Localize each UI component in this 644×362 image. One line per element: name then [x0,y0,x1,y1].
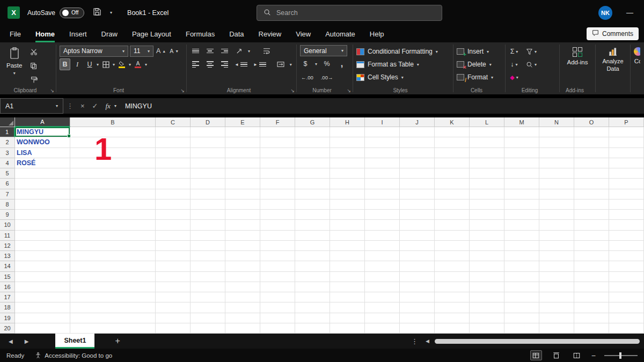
cell-H15[interactable] [330,272,365,282]
autosave-toggle[interactable]: Off [60,8,84,18]
cell-P11[interactable] [609,231,644,241]
cell-F18[interactable] [260,302,295,313]
cell-F12[interactable] [260,241,295,251]
orientation-icon[interactable] [233,45,244,57]
cell-H6[interactable] [330,179,365,189]
row-header-8[interactable]: 8 [0,200,15,210]
cell-H18[interactable] [330,302,365,313]
cell-O17[interactable] [574,292,609,302]
row-header-3[interactable]: 3 [0,148,15,158]
cell-M4[interactable] [504,158,539,168]
cell-P7[interactable] [609,189,644,200]
cell-C19[interactable] [156,313,191,323]
cell-K18[interactable] [435,302,470,313]
cell-L9[interactable] [470,210,504,220]
cell-F6[interactable] [260,179,295,189]
cell-M12[interactable] [504,241,539,251]
column-header-D[interactable]: D [191,117,225,127]
cell-A8[interactable] [15,200,70,210]
clipboard-dialog-launcher-icon[interactable]: ↘ [50,88,54,93]
borders-chevron-icon[interactable]: ▾ [113,62,115,67]
cell-H20[interactable] [330,323,365,334]
cell-D11[interactable] [191,231,225,241]
comma-style-icon[interactable]: , [336,58,347,70]
cell-F17[interactable] [260,292,295,302]
font-size-select[interactable]: 11▾ [130,46,153,57]
new-sheet-button[interactable]: + [115,336,120,346]
cell-A18[interactable] [15,302,70,313]
zoom-slider[interactable] [604,355,638,356]
cell-M20[interactable] [504,323,539,334]
cell-O11[interactable] [574,231,609,241]
select-all-corner[interactable] [0,117,15,127]
cell-I19[interactable] [365,313,400,323]
autosum-icon[interactable]: Σ▾ [509,46,519,57]
cell-C4[interactable] [156,158,191,168]
tab-scroll-left-icon[interactable]: ◀ [9,338,13,344]
cell-I15[interactable] [365,272,400,282]
cell-G9[interactable] [295,210,330,220]
cell-A16[interactable] [15,282,70,292]
column-header-L[interactable]: L [470,117,504,127]
cell-J3[interactable] [400,148,435,158]
cell-E19[interactable] [225,313,260,323]
cell-N12[interactable] [539,241,574,251]
cell-P2[interactable] [609,137,644,147]
cell-E5[interactable] [225,168,260,179]
cell-L11[interactable] [470,231,504,241]
cell-G20[interactable] [295,323,330,334]
column-header-N[interactable]: N [539,117,574,127]
cell-N13[interactable] [539,251,574,261]
cell-P5[interactable] [609,168,644,179]
cell-N2[interactable] [539,137,574,147]
cell-J10[interactable] [400,220,435,230]
cell-M9[interactable] [504,210,539,220]
cell-L8[interactable] [470,200,504,210]
cell-B1[interactable] [70,127,156,137]
font-dialog-launcher-icon[interactable]: ↘ [180,88,185,93]
cell-G3[interactable] [295,148,330,158]
cell-A20[interactable] [15,323,70,334]
cell-N4[interactable] [539,158,574,168]
cell-K12[interactable] [435,241,470,251]
fx-chevron-icon[interactable]: ▾ [114,104,116,108]
menu-automate[interactable]: Automate [325,30,355,42]
cell-H11[interactable] [330,231,365,241]
row-header-9[interactable]: 9 [0,210,15,220]
clear-icon[interactable]: ◆▾ [509,71,519,83]
cell-D10[interactable] [191,220,225,230]
currency-icon[interactable]: $ [300,58,311,70]
cell-D17[interactable] [191,292,225,302]
increase-decimal-icon[interactable]: ←.00 [300,71,314,83]
cell-C11[interactable] [156,231,191,241]
cell-E3[interactable] [225,148,260,158]
cell-H3[interactable] [330,148,365,158]
cell-O6[interactable] [574,179,609,189]
cell-C16[interactable] [156,282,191,292]
cell-N17[interactable] [539,292,574,302]
save-icon[interactable] [93,8,101,18]
cell-B19[interactable] [70,313,156,323]
cell-E2[interactable] [225,137,260,147]
cell-F20[interactable] [260,323,295,334]
column-header-M[interactable]: M [504,117,539,127]
cell-F5[interactable] [260,168,295,179]
cell-L17[interactable] [470,292,504,302]
cell-B12[interactable] [70,241,156,251]
cell-C3[interactable] [156,148,191,158]
cell-F11[interactable] [260,231,295,241]
cell-F10[interactable] [260,220,295,230]
insert-function-icon[interactable]: fx [102,102,114,110]
cell-F16[interactable] [260,282,295,292]
sheet-tab-active[interactable]: Sheet1 [55,334,94,349]
addins-button[interactable]: Add-ins [564,45,591,68]
cell-P20[interactable] [609,323,644,334]
row-header-1[interactable]: 1 [0,127,15,137]
cell-K6[interactable] [435,179,470,189]
menu-page-layout[interactable]: Page Layout [132,30,171,42]
borders-icon[interactable] [100,58,111,70]
cell-L7[interactable] [470,189,504,200]
cell-P6[interactable] [609,179,644,189]
row-header-13[interactable]: 13 [0,251,15,261]
cell-D14[interactable] [191,261,225,271]
